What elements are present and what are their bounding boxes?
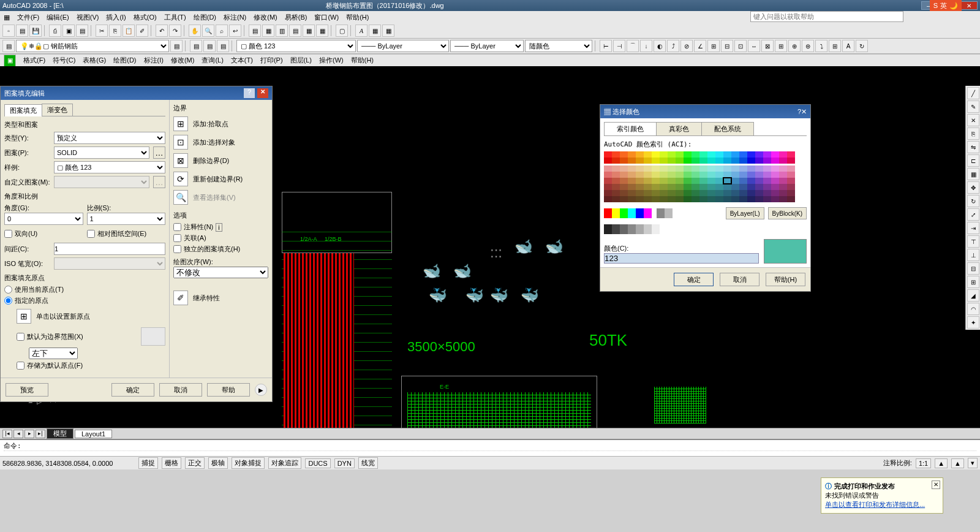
lw-dropdown[interactable]: ─── ByLayer (450, 40, 524, 52)
undo-icon[interactable]: ↶ (156, 25, 168, 37)
type-select[interactable]: 预定义 (54, 132, 165, 144)
color-titlebar[interactable]: ▦ 选择颜色 ? ✕ (600, 105, 810, 118)
standards-icon[interactable]: A (355, 25, 368, 37)
tab-layout1[interactable]: Layout1 (75, 430, 112, 438)
pan-icon[interactable]: ✋ (189, 25, 201, 37)
m2-help[interactable]: 帮助(H) (351, 56, 374, 65)
tray-icon[interactable]: ▾ (968, 458, 978, 468)
erase-icon[interactable]: ✕ (967, 114, 979, 126)
help-button[interactable]: 帮助 (207, 383, 250, 397)
dim-break-icon[interactable]: ⊠ (761, 40, 774, 52)
match-icon[interactable]: ✐ (136, 25, 148, 37)
color-ok-button[interactable]: 确定 (674, 273, 714, 286)
dialog-close-icon[interactable]: ✕ (257, 88, 268, 98)
origin-pos-select[interactable]: 左下 (29, 348, 78, 359)
layerprops-icon[interactable]: ▤ (2, 40, 15, 52)
close-button[interactable]: ✕ (960, 1, 978, 10)
tolerance-icon[interactable]: ⊞ (775, 40, 787, 52)
annoscale-add-icon[interactable]: ▦ (382, 25, 394, 37)
menu-view[interactable]: 视图(V) (77, 13, 99, 22)
hatch-titlebar[interactable]: 图案填充编辑 ? ✕ (1, 86, 272, 100)
help-search[interactable] (750, 11, 903, 22)
ortho-toggle[interactable]: 正交 (185, 457, 205, 469)
array-icon[interactable]: ▦ (967, 168, 979, 180)
mirror-icon[interactable]: ⇋ (967, 141, 979, 153)
stretch-icon[interactable]: ⇥ (967, 222, 979, 234)
pattern-select[interactable]: SOLID (54, 146, 149, 159)
m2-print[interactable]: 打印(P) (260, 56, 283, 65)
tab-next-icon[interactable]: ▸ (24, 430, 34, 438)
draworder-select[interactable]: 不修改 (173, 267, 268, 278)
double-checkbox[interactable] (4, 230, 12, 238)
dim-linear-icon[interactable]: ⊢ (600, 40, 612, 52)
sample-select[interactable]: ▢ 颜色 123 (54, 161, 165, 173)
angle-input[interactable]: 0 (4, 213, 83, 225)
click-origin-label[interactable]: 单击以设置新原点 (36, 312, 90, 321)
origin-specified-radio[interactable] (4, 297, 12, 305)
move-icon[interactable]: ✥ (967, 181, 979, 194)
dim-diameter-icon[interactable]: ⊘ (680, 40, 693, 52)
bylayer-button[interactable]: ByLayer(L) (726, 207, 764, 219)
sheetset-icon[interactable]: ▤ (289, 25, 301, 37)
assoc-checkbox[interactable] (173, 234, 181, 242)
dim-joglin-icon[interactable]: ⤵ (815, 40, 827, 52)
pencil-icon[interactable]: ✎ (967, 101, 979, 113)
add-pick-button[interactable]: ⊞添加:拾取点 (173, 116, 268, 131)
menu-window[interactable]: 窗口(W) (314, 13, 339, 22)
tab-color-books[interactable]: 配色系统 (701, 122, 754, 135)
centermark-icon[interactable]: ⊕ (788, 40, 801, 52)
fillet-icon[interactable]: ◠ (967, 303, 979, 315)
add-select-button[interactable]: ⊡添加:选择对象 (173, 135, 268, 150)
m2-draw[interactable]: 绘图(D) (113, 56, 136, 65)
tab-model[interactable]: 模型 (47, 428, 74, 439)
inherit-button[interactable]: ✐继承特性 (173, 291, 268, 305)
ltype-dropdown[interactable]: ─── ByLayer (357, 40, 449, 52)
publish-icon[interactable]: ▤ (76, 25, 88, 37)
ducs-toggle[interactable]: DUCS (305, 458, 330, 468)
zoom-rt-icon[interactable]: 🔍 (202, 25, 214, 37)
annotative-checkbox[interactable] (173, 223, 181, 231)
cancel-button[interactable]: 取消 (159, 383, 202, 397)
scale-input[interactable]: 1 (87, 213, 166, 225)
grid-toggle[interactable]: 栅格 (162, 457, 181, 469)
copy-icon[interactable]: ⎘ (109, 25, 121, 37)
color-dropdown[interactable]: ▢ 颜色 123 (236, 40, 356, 52)
rotate-icon[interactable]: ↻ (967, 195, 979, 207)
tab-hatch[interactable]: 图案填充 (4, 104, 42, 116)
annoscale-value[interactable]: 1:1 (916, 458, 931, 468)
color-help-button[interactable]: 帮助(H) (766, 273, 805, 286)
plotstyle-dropdown[interactable]: 随颜色 (525, 40, 592, 52)
store-origin-checkbox[interactable] (17, 362, 24, 370)
m2-ops[interactable]: 操作(W) (319, 56, 344, 65)
default-extent-checkbox[interactable] (17, 333, 24, 341)
osnap-toggle[interactable]: 对象捕捉 (232, 457, 265, 469)
explode-icon[interactable]: ✦ (967, 316, 979, 329)
menu-edit[interactable]: 编辑(E) (47, 13, 69, 22)
color-cancel-button[interactable]: 取消 (720, 273, 760, 286)
plugin-icon[interactable]: ▣ (4, 55, 16, 67)
dimupdate-icon[interactable]: ↻ (856, 40, 868, 52)
info-icon[interactable]: i (216, 223, 222, 232)
print-icon[interactable]: ⎙ (49, 25, 61, 37)
props-icon[interactable]: ▤ (249, 25, 261, 37)
otrack-toggle[interactable]: 对象追踪 (268, 457, 301, 469)
chamfer-icon[interactable]: ◢ (967, 289, 979, 302)
menu-draw[interactable]: 绘图(D) (194, 13, 216, 22)
menu-help[interactable]: 帮助(H) (346, 13, 369, 22)
snap-toggle[interactable]: 捕捉 (138, 457, 158, 469)
separate-checkbox[interactable] (173, 245, 181, 253)
join-icon[interactable]: ⊞ (967, 276, 979, 288)
offset-icon[interactable]: ⊏ (967, 154, 979, 167)
pattern-browse-button[interactable]: … (153, 146, 165, 159)
gray-colors[interactable] (604, 224, 807, 234)
trim-icon[interactable]: ⊤ (967, 235, 979, 248)
preview-icon[interactable]: ▣ (62, 25, 75, 37)
paperspace-checkbox[interactable] (87, 230, 95, 238)
m2-layer[interactable]: 图层(L) (290, 56, 312, 65)
m2-table[interactable]: 表格(G) (83, 56, 106, 65)
dimedit-icon[interactable]: ⊞ (829, 40, 841, 52)
remove-boundary-button[interactable]: ⊠删除边界(D) (173, 153, 268, 168)
redo-icon[interactable]: ↷ (169, 25, 181, 37)
tab-gradient[interactable]: 渐变色 (42, 104, 73, 116)
dim-radius-icon[interactable]: ◐ (654, 40, 666, 52)
